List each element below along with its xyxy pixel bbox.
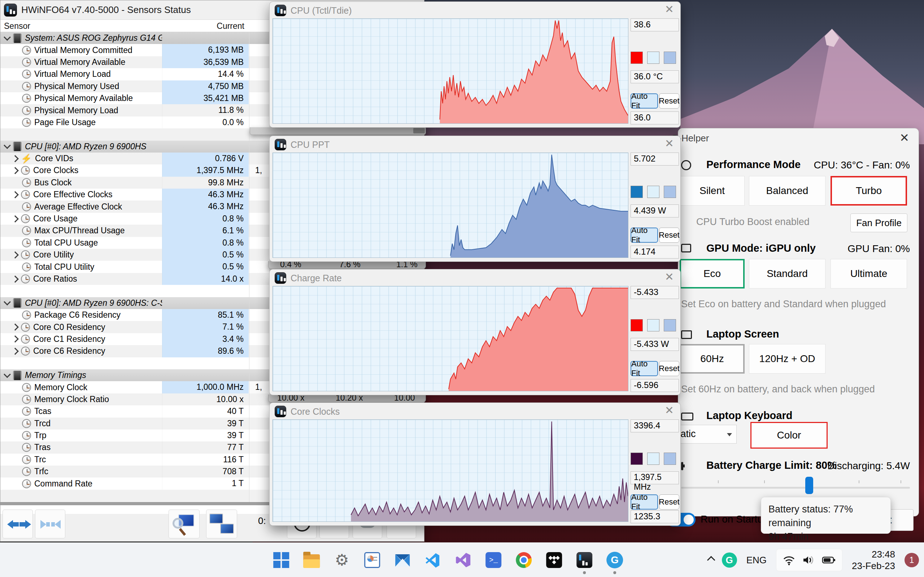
sensor-row[interactable]: Core Utility0.5 % <box>0 249 269 261</box>
graph-titlebar[interactable]: CPU PPT <box>275 139 330 150</box>
graph-plot-area[interactable] <box>273 419 628 522</box>
visual-studio-icon[interactable] <box>455 552 472 568</box>
balanced-mode-button[interactable]: Balanced <box>749 176 825 206</box>
sensor-row[interactable]: Virtual Memory Available36,539 MB <box>0 56 269 68</box>
sensor-row[interactable]: Core C1 Residency3.4 % <box>0 333 269 345</box>
sensor-section-row[interactable]: CPU [#0]: AMD Ryzen 9 6900HS <box>0 141 269 153</box>
tray-clock[interactable]: 23:48 23-Feb-23 <box>852 548 895 572</box>
column-header-sensor[interactable]: Sensor <box>4 21 30 31</box>
screen-capture-button[interactable] <box>168 509 200 538</box>
settings-gear-icon[interactable]: ⚙ <box>333 552 350 568</box>
sensor-row[interactable]: Average Effective Clock46.3 MHz <box>0 200 269 213</box>
chevron-right-icon[interactable] <box>11 155 19 162</box>
series-color-swatch[interactable] <box>630 319 643 331</box>
close-icon[interactable]: ✕ <box>665 272 674 282</box>
sensor-row[interactable]: Virtual Memory Load14.4 % <box>0 68 269 80</box>
sensor-row[interactable]: Physical Memory Available35,421 MB <box>0 92 269 104</box>
chevron-down-icon[interactable] <box>3 371 11 378</box>
sensor-row[interactable]: Core C6 Residency89.6 % <box>0 345 269 357</box>
sensor-row[interactable]: Total CPU Usage0.8 % <box>0 237 269 249</box>
sensor-row[interactable]: Core C0 Residency7.1 % <box>0 321 269 333</box>
turbo-mode-button[interactable]: Turbo <box>830 176 907 206</box>
close-icon[interactable]: ✕ <box>665 138 674 149</box>
chevron-right-icon[interactable] <box>11 348 19 355</box>
hidden-window-strip-1[interactable]: 0.4 % 7.6 % 1.1 % <box>268 261 426 269</box>
color-option-swatch[interactable] <box>664 52 676 64</box>
hwinfo-taskbar-icon[interactable] <box>576 552 593 568</box>
sensor-row[interactable]: Total CPU Utility0.5 % <box>0 261 269 272</box>
eco-gpu-button[interactable]: Eco <box>680 259 745 288</box>
sensor-row[interactable]: Physical Memory Used4,750 MB <box>0 81 269 92</box>
battery-limit-slider-track[interactable] <box>681 487 910 488</box>
graph-titlebar[interactable]: CPU (Tctl/Tdie) <box>275 5 352 16</box>
standard-gpu-button[interactable]: Standard <box>749 259 825 288</box>
battery-limit-slider-thumb[interactable] <box>805 477 813 494</box>
autofit-button[interactable]: Auto Fit <box>630 93 658 108</box>
mail-app-icon[interactable] <box>394 552 411 568</box>
chrome-icon[interactable] <box>515 552 532 568</box>
start-button[interactable] <box>273 552 289 568</box>
sensor-row[interactable]: Core Effective Clocks46.3 MHz <box>0 189 269 200</box>
sensor-row[interactable]: Trcd39 T <box>0 417 269 429</box>
chevron-down-icon[interactable] <box>3 142 11 149</box>
hidden-window-scrollbar[interactable] <box>250 127 426 135</box>
sensor-table-header[interactable]: Sensor Current <box>0 20 269 32</box>
scrollbar-thumb[interactable] <box>413 128 425 134</box>
chevron-right-icon[interactable] <box>11 251 19 259</box>
system-monitor-app-icon[interactable] <box>364 552 380 568</box>
autofit-button[interactable]: Auto Fit <box>630 361 658 376</box>
series-color-swatch[interactable] <box>630 186 643 198</box>
sensor-row[interactable]: Physical Memory Load11.8 % <box>0 104 269 116</box>
sensor-row[interactable]: Trfc708 T <box>0 466 269 477</box>
reset-button[interactable]: Reset <box>659 361 679 376</box>
close-icon[interactable]: ✕ <box>665 405 674 416</box>
chevron-right-icon[interactable] <box>11 336 19 343</box>
chevron-right-icon[interactable] <box>11 167 19 174</box>
color-option-swatch[interactable] <box>647 319 659 331</box>
chevron-right-icon[interactable] <box>11 215 19 222</box>
notification-badge[interactable]: 1 <box>905 553 919 567</box>
remote-monitoring-button[interactable] <box>206 509 237 538</box>
ultimate-gpu-button[interactable]: Ultimate <box>830 259 907 288</box>
sensor-section-row[interactable]: CPU [#0]: AMD Ryzen 9 6900HS: C-State Re… <box>0 297 269 309</box>
sensor-row[interactable]: Core Clocks1,397.5 MHz1, <box>0 164 269 176</box>
file-explorer-icon[interactable] <box>303 552 320 568</box>
sensor-row[interactable]: Tcas40 T <box>0 405 269 417</box>
color-option-swatch[interactable] <box>664 319 676 331</box>
sensor-row[interactable]: Bus Clock99.8 MHz <box>0 177 269 189</box>
sensor-row[interactable]: Tras77 T <box>0 442 269 453</box>
sensor-section-row[interactable]: System: ASUS ROG Zephyrus G14 GA402RK_..… <box>0 32 269 44</box>
sensor-row[interactable]: Memory Clock1,000.0 MHz1, <box>0 381 269 393</box>
graph-titlebar[interactable]: Core Clocks <box>275 406 340 417</box>
language-indicator[interactable]: ENG <box>746 554 767 566</box>
tidal-icon[interactable] <box>546 552 562 568</box>
graph-plot-area[interactable] <box>273 286 628 391</box>
series-color-swatch[interactable] <box>630 453 643 465</box>
reset-button[interactable]: Reset <box>659 93 679 108</box>
hidden-window-strip-2[interactable]: 10.00 x 10.20 x 10.00 <box>268 395 426 403</box>
refresh-120hz-button[interactable]: 120Hz + OD <box>749 344 825 374</box>
keyboard-color-button[interactable]: Color <box>750 422 828 449</box>
silent-mode-button[interactable]: Silent <box>680 176 745 206</box>
series-color-swatch[interactable] <box>630 52 643 64</box>
tray-overflow-chevron-icon[interactable] <box>707 556 716 564</box>
fan-profile-button[interactable]: Fan Profile <box>850 213 908 232</box>
chevron-right-icon[interactable] <box>11 276 19 283</box>
sensor-row[interactable]: Virtual Memory Committed6,193 MB <box>0 44 269 56</box>
sensor-row[interactable]: Package C6 Residency85.1 % <box>0 309 269 321</box>
autofit-button[interactable]: Auto Fit <box>630 227 658 243</box>
graph-plot-area[interactable] <box>273 153 628 258</box>
reset-button[interactable]: Reset <box>659 495 679 509</box>
sensor-row[interactable]: Trp39 T <box>0 429 269 442</box>
chevron-right-icon[interactable] <box>11 324 19 331</box>
close-icon[interactable]: ✕ <box>900 132 909 143</box>
sensor-row[interactable]: ⚡Core VIDs0.786 V <box>0 153 269 164</box>
tray-status-group[interactable] <box>776 549 842 571</box>
autofit-button[interactable]: Auto Fit <box>630 495 658 509</box>
color-option-swatch[interactable] <box>664 453 676 465</box>
sensor-row[interactable]: Core Usage0.8 % <box>0 213 269 225</box>
chevron-down-icon[interactable] <box>3 298 11 306</box>
close-icon[interactable]: ✕ <box>665 4 674 15</box>
color-option-swatch[interactable] <box>647 52 659 64</box>
color-option-swatch[interactable] <box>664 186 676 198</box>
